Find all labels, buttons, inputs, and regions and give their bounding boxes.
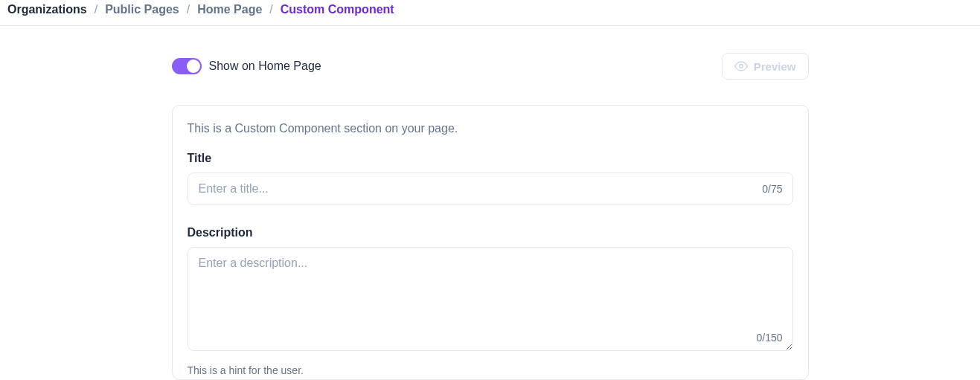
- breadcrumb-separator: /: [269, 3, 272, 16]
- eye-icon: [734, 59, 748, 73]
- title-field-label: Title: [188, 152, 793, 165]
- description-field-label: Description: [188, 226, 793, 239]
- breadcrumb-public-pages[interactable]: Public Pages: [105, 3, 179, 16]
- breadcrumb: Organizations / Public Pages / Home Page…: [0, 0, 980, 26]
- custom-component-card: This is a Custom Component section on yo…: [172, 105, 809, 380]
- svg-point-0: [740, 65, 743, 68]
- description-hint: This is a hint for the user.: [188, 364, 793, 379]
- main-content: Show on Home Page Preview This is a Cust…: [172, 53, 809, 380]
- description-textarea-wrap: 0/150: [188, 247, 793, 354]
- title-input-wrap: 0/75: [188, 173, 793, 205]
- show-on-home-toggle-wrap: Show on Home Page: [172, 58, 321, 74]
- title-char-counter: 0/75: [762, 183, 782, 195]
- title-input[interactable]: [188, 173, 793, 205]
- preview-button-label: Preview: [754, 60, 796, 73]
- breadcrumb-separator: /: [95, 3, 97, 16]
- description-textarea[interactable]: [188, 247, 793, 351]
- toggle-knob: [187, 59, 200, 73]
- preview-button[interactable]: Preview: [722, 53, 809, 80]
- card-intro-text: This is a Custom Component section on yo…: [188, 122, 793, 135]
- header-row: Show on Home Page Preview: [172, 53, 809, 80]
- show-on-home-toggle[interactable]: [172, 58, 202, 74]
- breadcrumb-separator: /: [187, 3, 190, 16]
- breadcrumb-home-page[interactable]: Home Page: [197, 3, 262, 16]
- breadcrumb-organizations[interactable]: Organizations: [7, 3, 87, 16]
- breadcrumb-custom-component[interactable]: Custom Component: [281, 3, 394, 16]
- show-on-home-label: Show on Home Page: [209, 59, 321, 73]
